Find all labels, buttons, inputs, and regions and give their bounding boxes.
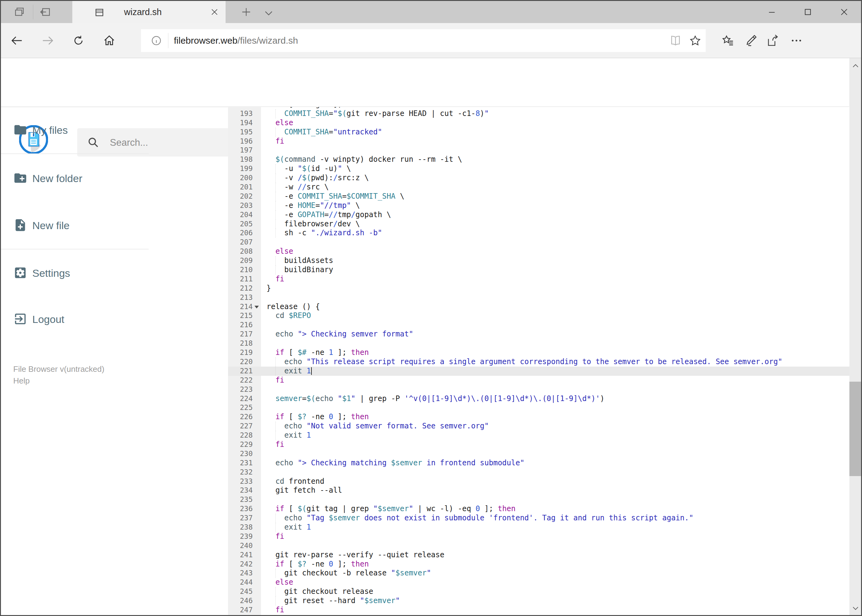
code-line[interactable]: 216: [228, 321, 849, 330]
forward-icon[interactable]: [41, 34, 55, 47]
code-line[interactable]: 223: [228, 385, 849, 394]
code-line[interactable]: 245 git checkout release: [228, 587, 849, 596]
code-line[interactable]: 226 if [ $? -ne 0 ]; then: [228, 412, 849, 422]
code-line-text[interactable]: buildAssets: [261, 256, 849, 266]
code-line[interactable]: 193 COMMIT_SHA="$(git rev-parse HEAD | c…: [228, 109, 849, 118]
code-line-text[interactable]: else: [261, 247, 849, 256]
code-line-text[interactable]: buildBinary: [261, 266, 849, 275]
code-line[interactable]: 230: [228, 449, 849, 459]
code-line[interactable]: 224 semver=$(echo "$1" | grep -P '^v(0|[…: [228, 394, 849, 404]
fold-arrow-icon[interactable]: [255, 306, 259, 308]
code-line[interactable]: 205 filebrowser/dev \: [228, 220, 849, 229]
code-line[interactable]: 228 exit 1: [228, 431, 849, 440]
code-line-text[interactable]: }: [261, 284, 849, 293]
code-line[interactable]: 242 if [ $? -ne 0 ]; then: [228, 560, 849, 569]
code-line-text[interactable]: COMMIT_SHA="$(git rev-parse HEAD | cut -…: [261, 109, 849, 118]
code-line-text[interactable]: fi: [261, 376, 849, 385]
sidebar-item-new-folder[interactable]: New folder: [1, 163, 149, 193]
code-line[interactable]: 204 -e GOPATH=//tmp/gopath \: [228, 211, 849, 220]
scroll-down-icon[interactable]: [852, 604, 859, 612]
code-line[interactable]: 227 echo "Not valid semver format. See s…: [228, 422, 849, 431]
code-line[interactable]: 199 -u "$(id -u)" \: [228, 164, 849, 173]
code-line[interactable]: 237 echo "Tag $semver does not exist in …: [228, 514, 849, 523]
code-line[interactable]: 203 -e HOME="//tmp" \: [228, 201, 849, 211]
reading-view-icon[interactable]: [669, 35, 682, 47]
code-line-text[interactable]: [261, 468, 849, 477]
code-line-text[interactable]: fi: [261, 275, 849, 284]
code-line-text[interactable]: [261, 321, 849, 330]
code-line[interactable]: 192 if [ -d .git ]; then: [228, 107, 849, 109]
code-line-text[interactable]: git rev-parse --verify --quiet release: [261, 550, 849, 560]
code-line-text[interactable]: if [ $? -ne 0 ]; then: [261, 412, 849, 422]
set-tabs-aside-icon[interactable]: [39, 5, 52, 19]
code-line-text[interactable]: exit 1: [261, 523, 849, 532]
code-line[interactable]: 231 echo "> Checking matching $semver in…: [228, 459, 849, 468]
code-line-text[interactable]: git reset --hard "$semver": [261, 596, 849, 605]
refresh-icon[interactable]: [72, 34, 85, 47]
code-line-text[interactable]: if [ -d .git ]; then: [261, 107, 849, 109]
home-icon[interactable]: [102, 34, 116, 47]
code-line[interactable]: 211 fi: [228, 275, 849, 284]
code-line-text[interactable]: [261, 403, 849, 412]
code-line[interactable]: 202 -e COMMIT_SHA=$COMMIT_SHA \: [228, 192, 849, 201]
code-line[interactable]: 238 exit 1: [228, 523, 849, 532]
sidebar-item-new-file[interactable]: New file: [1, 211, 149, 240]
code-line-text[interactable]: echo "This release script requires a sin…: [261, 357, 849, 366]
code-line[interactable]: 194 else: [228, 118, 849, 127]
code-line[interactable]: 212}: [228, 284, 849, 293]
code-line-text[interactable]: -e HOME="//tmp" \: [261, 201, 849, 211]
sidebar-item-my-files[interactable]: My files: [1, 115, 149, 145]
code-line-text[interactable]: -v /$(pwd):/src:z \: [261, 173, 849, 183]
code-line[interactable]: 234 git fetch --all: [228, 486, 849, 495]
code-line-text[interactable]: git fetch --all: [261, 486, 849, 495]
code-line-text[interactable]: fi: [261, 137, 849, 146]
favorites-hub-icon[interactable]: [721, 34, 735, 47]
code-line[interactable]: 196 fi: [228, 137, 849, 146]
code-line-text[interactable]: [261, 293, 849, 302]
code-line[interactable]: 221 exit 1: [228, 366, 849, 376]
code-line-text[interactable]: -u "$(id -u)" \: [261, 164, 849, 173]
code-line-text[interactable]: echo "> Checking semver format": [261, 330, 849, 339]
code-line[interactable]: 239 fi: [228, 532, 849, 541]
code-line-text[interactable]: if [ $# -ne 1 ]; then: [261, 348, 849, 357]
code-line[interactable]: 207: [228, 238, 849, 247]
code-line-text[interactable]: [261, 385, 849, 394]
code-line-text[interactable]: [261, 495, 849, 504]
code-line-text[interactable]: release () {: [261, 302, 849, 311]
code-line-text[interactable]: else: [261, 118, 849, 127]
code-line[interactable]: 243 git checkout -b release "$semver": [228, 569, 849, 578]
code-line-text[interactable]: fi: [261, 532, 849, 541]
code-line-text[interactable]: exit 1: [261, 366, 849, 376]
code-line-text[interactable]: if [ $? -ne 0 ]; then: [261, 560, 849, 569]
code-line-text[interactable]: [261, 146, 849, 155]
code-line[interactable]: 210 buildBinary: [228, 266, 849, 275]
code-line[interactable]: 225: [228, 403, 849, 412]
window-maximize-icon[interactable]: [801, 5, 815, 19]
code-line-text[interactable]: echo "Not valid semver format. See semve…: [261, 422, 849, 431]
more-options-icon[interactable]: [790, 34, 803, 47]
url-field[interactable]: filebrowser.web/files/wizard.sh: [141, 29, 706, 52]
code-line[interactable]: 235: [228, 495, 849, 504]
code-line[interactable]: 241 git rev-parse --verify --quiet relea…: [228, 550, 849, 560]
code-line[interactable]: 208 else: [228, 247, 849, 256]
code-line[interactable]: 197: [228, 146, 849, 155]
help-link[interactable]: Help: [13, 375, 30, 387]
code-line-text[interactable]: -e COMMIT_SHA=$COMMIT_SHA \: [261, 192, 849, 201]
window-minimize-icon[interactable]: [765, 5, 778, 19]
code-line[interactable]: 218: [228, 339, 849, 348]
code-line-text[interactable]: fi: [261, 440, 849, 449]
code-line-text[interactable]: filebrowser/dev \: [261, 220, 849, 229]
code-line[interactable]: 201 -w //src \: [228, 183, 849, 192]
share-page-icon[interactable]: [766, 34, 780, 47]
sidebar-item-settings[interactable]: Settings: [1, 258, 149, 288]
code-line[interactable]: 246 git reset --hard "$semver": [228, 596, 849, 605]
code-line[interactable]: 236 if [ $(git tag | grep "$semver" | wc…: [228, 504, 849, 514]
code-line-text[interactable]: $(command -v winpty) docker run --rm -it…: [261, 155, 849, 164]
tab-preview-icon[interactable]: [13, 5, 26, 19]
code-line-text[interactable]: semver=$(echo "$1" | grep -P '^v(0|[1-9]…: [261, 394, 849, 404]
code-line[interactable]: 240: [228, 541, 849, 550]
code-line-text[interactable]: git checkout release: [261, 587, 849, 596]
code-line[interactable]: 229 fi: [228, 440, 849, 449]
code-line-text[interactable]: fi: [261, 605, 849, 615]
code-line-text[interactable]: cd frontend: [261, 477, 849, 486]
